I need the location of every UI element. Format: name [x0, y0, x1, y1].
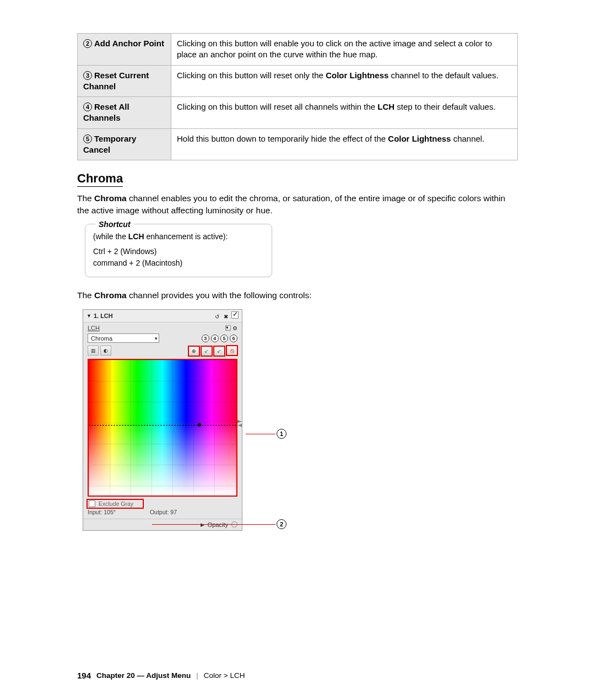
channel-select[interactable]: Chroma▾ [88, 333, 159, 343]
breadcrumb: Color > LCH [204, 671, 245, 680]
revert-icon[interactable]: ↺ [214, 313, 221, 320]
shortcut-windows: Ctrl + 2 (Windows) [93, 246, 264, 257]
add-anchor-button[interactable]: ⊕ [188, 346, 199, 356]
input-output-readout: Input: 105° Output: 97 [83, 509, 242, 519]
brightness-button[interactable]: ◐ [100, 346, 111, 356]
exclude-gray-option[interactable]: Exclude Gray [88, 500, 143, 508]
intro-paragraph: The Chroma channel enables you to edit t… [77, 192, 518, 216]
enable-checkbox[interactable] [231, 311, 239, 319]
callout-number: 2 [83, 39, 92, 48]
section-heading: Chroma [77, 171, 123, 187]
term-description: Clicking on this button will enable you … [171, 34, 518, 66]
callout-line [152, 524, 275, 525]
table-row: 2Add Anchor Point Clicking on this butto… [78, 34, 518, 66]
term-description: Clicking on this button will reset all c… [171, 97, 518, 129]
preset-dropdown[interactable] [225, 325, 231, 331]
callout-marker: 5 [220, 335, 228, 342]
exclude-gray-label: Exclude Gray [99, 500, 133, 507]
shortcut-legend: Shortcut [95, 219, 134, 230]
table-row: 4Reset All Channels Clicking on this but… [78, 97, 518, 129]
chroma-map[interactable] [88, 359, 237, 497]
reset-channel-button[interactable]: ↙ [201, 346, 212, 356]
figure-callout-2: 2 [277, 519, 286, 529]
page-footer: 194 Chapter 20 — Adjust Menu | Color > L… [77, 671, 245, 680]
callout-number: 3 [83, 71, 92, 80]
collapse-icon[interactable]: ▼ [86, 313, 91, 319]
figure-callout-1: 1 [277, 429, 286, 439]
curve-line [89, 425, 236, 426]
link-icon[interactable]: ⚙ [232, 325, 237, 331]
callout-number: 5 [83, 134, 92, 143]
chapter-label: Chapter 20 — Adjust Menu [96, 671, 191, 680]
controls-intro: The Chroma channel provides you with the… [77, 289, 518, 301]
chroma-handles[interactable] [237, 419, 243, 430]
close-icon[interactable]: ✖ [223, 313, 230, 320]
panel-titlebar: ▼ 1. LCH ↺ ✖ [83, 310, 242, 322]
callout-number: 4 [83, 103, 92, 111]
shortcut-condition: (while the LCH enhancement is active): [93, 231, 264, 243]
temporary-cancel-button[interactable]: ⦸ [226, 346, 237, 356]
shortcut-box: Shortcut (while the LCH enhancement is a… [85, 224, 272, 277]
reset-all-button[interactable]: ↙ [214, 346, 225, 356]
page-number: 194 [77, 671, 91, 680]
exclude-gray-checkbox[interactable] [89, 500, 95, 507]
panel-title-text: 1. LCH [94, 313, 113, 319]
table-row: 3Reset Current Channel Clicking on this … [78, 65, 518, 97]
table-row: 5Temporary Cancel Hold this button down … [78, 128, 518, 160]
callout-line [246, 434, 275, 434]
footer-separator: | [196, 671, 198, 680]
term-description: Hold this button down to temporarily hid… [171, 128, 518, 160]
term-label: Add Anchor Point [94, 39, 164, 48]
lch-panel-figure: ▼ 1. LCH ↺ ✖ LCH ⚙ Chroma▾ 3 4 5 6 [83, 309, 292, 531]
callout-marker: 6 [230, 335, 237, 342]
term-description: Clicking on this button will reset only … [171, 65, 518, 97]
definitions-table: 2Add Anchor Point Clicking on this butto… [77, 33, 518, 160]
shortcut-mac: command + 2 (Macintosh) [93, 257, 264, 269]
term-label: Reset Current Channel [83, 71, 149, 91]
histogram-button[interactable]: ▥ [88, 346, 99, 356]
lch-panel: ▼ 1. LCH ↺ ✖ LCH ⚙ Chroma▾ 3 4 5 6 [83, 309, 242, 531]
panel-subtitle: LCH [88, 325, 100, 331]
curve-anchor-point[interactable] [198, 423, 201, 427]
callout-marker: 4 [211, 335, 219, 342]
callout-marker: 3 [202, 335, 209, 342]
